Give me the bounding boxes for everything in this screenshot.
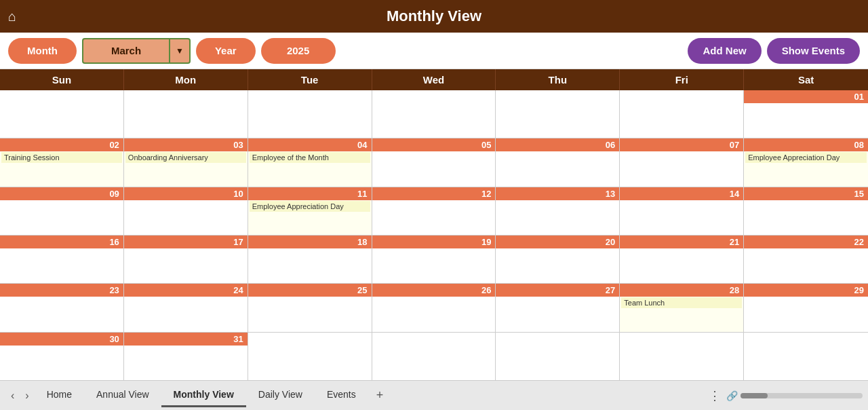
calendar-day-4-5[interactable]: 28Team Lunch xyxy=(620,284,744,331)
scroll-track[interactable] xyxy=(741,393,863,398)
day-number: 22 xyxy=(744,236,868,248)
day-number: 27 xyxy=(496,284,619,297)
tab-next-button[interactable]: › xyxy=(20,387,34,405)
calendar-day-5-2[interactable] xyxy=(248,333,372,380)
calendar-day-3-6[interactable]: 22 xyxy=(744,236,868,283)
scroll-thumb xyxy=(741,393,768,398)
month-dropdown-button[interactable]: ▼ xyxy=(170,38,191,64)
day-number: 21 xyxy=(620,236,743,248)
month-selector: ▼ xyxy=(82,38,191,64)
calendar-week-0: 01 xyxy=(0,90,868,138)
day-number: 13 xyxy=(496,187,619,200)
calendar-day-5-5[interactable] xyxy=(620,333,744,380)
calendar-day-2-5[interactable]: 14 xyxy=(620,187,744,235)
day-number: 07 xyxy=(620,138,743,151)
show-events-button[interactable]: Show Events xyxy=(767,38,860,64)
calendar-day-3-3[interactable]: 19 xyxy=(372,236,496,283)
add-new-button[interactable]: Add New xyxy=(688,38,761,64)
calendar-day-4-6[interactable]: 29 xyxy=(744,284,868,331)
calendar-day-2-2[interactable]: 11Employee Appreciation Day xyxy=(248,187,372,235)
day-number: 05 xyxy=(372,138,496,151)
calendar-day-1-1[interactable]: 03Onboarding Anniversary xyxy=(124,138,248,186)
calendar-day-2-0[interactable]: 09 xyxy=(0,187,124,235)
header-wed: Wed xyxy=(372,69,496,90)
scroll-area: 🔗 xyxy=(726,390,863,401)
calendar-day-0-0[interactable] xyxy=(0,90,124,138)
tab-prev-button[interactable]: ‹ xyxy=(5,387,20,405)
month-button[interactable]: Month xyxy=(8,38,77,64)
calendar-day-5-4[interactable] xyxy=(496,333,620,380)
header-fri: Fri xyxy=(620,69,744,90)
calendar-day-5-6[interactable] xyxy=(744,333,868,380)
day-number: 15 xyxy=(744,187,868,200)
event-label[interactable]: Onboarding Anniversary xyxy=(125,152,246,163)
day-number: 26 xyxy=(372,284,496,297)
calendar-day-3-5[interactable]: 21 xyxy=(620,236,744,283)
calendar-day-5-1[interactable]: 31 xyxy=(124,333,248,380)
calendar-day-2-4[interactable]: 13 xyxy=(496,187,620,235)
event-label[interactable]: Training Session xyxy=(1,152,122,163)
calendar-day-1-6[interactable]: 08Employee Appreciation Day xyxy=(744,138,868,186)
day-number: 10 xyxy=(124,187,248,200)
calendar-day-3-0[interactable]: 16 xyxy=(0,236,124,283)
calendar-day-4-4[interactable]: 27 xyxy=(496,284,620,331)
calendar-week-4: 232425262728Team Lunch29 xyxy=(0,283,868,331)
toolbar: Month ▼ Year Add New Show Events xyxy=(0,33,868,69)
tab-more-button[interactable]: ⋮ xyxy=(703,386,726,406)
calendar-day-5-0[interactable]: 30 xyxy=(0,333,124,380)
day-number: 25 xyxy=(248,284,372,297)
calendar-container: Sun Mon Tue Wed Thu Fri Sat 0102Training… xyxy=(0,69,868,380)
calendar-day-0-3[interactable] xyxy=(372,90,496,138)
calendar-day-1-4[interactable]: 06 xyxy=(496,138,620,186)
calendar-day-1-0[interactable]: 02Training Session xyxy=(0,138,124,186)
tab-events[interactable]: Events xyxy=(315,384,368,407)
tab-bar: ‹ › Home Annual View Monthly View Daily … xyxy=(0,380,868,410)
header-thu: Thu xyxy=(496,69,620,90)
calendar-day-0-4[interactable] xyxy=(496,90,620,138)
calendar-day-2-3[interactable]: 12 xyxy=(372,187,496,235)
calendar-day-4-1[interactable]: 24 xyxy=(124,284,248,331)
tab-annual-view[interactable]: Annual View xyxy=(84,384,161,407)
calendar-day-3-2[interactable]: 18 xyxy=(248,236,372,283)
calendar-day-0-6[interactable]: 01 xyxy=(744,90,868,138)
calendar-day-3-4[interactable]: 20 xyxy=(496,236,620,283)
event-label[interactable]: Employee Appreciation Day xyxy=(745,152,867,163)
calendar-header-row: Sun Mon Tue Wed Thu Fri Sat xyxy=(0,69,868,90)
day-number: 29 xyxy=(744,284,868,297)
month-input[interactable] xyxy=(82,38,170,64)
calendar-day-4-2[interactable]: 25 xyxy=(248,284,372,331)
calendar-day-0-1[interactable] xyxy=(124,90,248,138)
scroll-icon: 🔗 xyxy=(726,390,738,401)
calendar-day-1-3[interactable]: 05 xyxy=(372,138,496,186)
day-number: 03 xyxy=(124,138,248,151)
calendar-day-0-5[interactable] xyxy=(620,90,744,138)
home-icon[interactable]: ⌂ xyxy=(8,9,16,24)
event-label[interactable]: Employee of the Month xyxy=(250,152,370,163)
calendar-day-2-6[interactable]: 15 xyxy=(744,187,868,235)
calendar-day-4-0[interactable]: 23 xyxy=(0,284,124,331)
header-tue: Tue xyxy=(248,69,372,90)
header-sun: Sun xyxy=(0,69,124,90)
app-title: Monthly View xyxy=(387,7,481,25)
calendar-day-5-3[interactable] xyxy=(372,333,496,380)
calendar-day-1-5[interactable]: 07 xyxy=(620,138,744,186)
day-number: 04 xyxy=(248,138,372,151)
event-label[interactable]: Employee Appreciation Day xyxy=(250,201,370,212)
tab-home[interactable]: Home xyxy=(35,384,84,407)
tab-daily-view[interactable]: Daily View xyxy=(246,384,315,407)
tab-add-button[interactable]: + xyxy=(368,386,392,405)
day-number: 11 xyxy=(248,187,372,200)
calendar-week-3: 16171819202122 xyxy=(0,235,868,283)
calendar-day-0-2[interactable] xyxy=(248,90,372,138)
year-input[interactable] xyxy=(261,38,336,64)
calendar-day-2-1[interactable]: 10 xyxy=(124,187,248,235)
calendar-day-3-1[interactable]: 17 xyxy=(124,236,248,283)
calendar-grid: 0102Training Session03Onboarding Anniver… xyxy=(0,90,868,380)
tab-monthly-view[interactable]: Monthly View xyxy=(161,384,246,407)
day-number: 18 xyxy=(248,236,372,248)
app-header: ⌂ Monthly View xyxy=(0,0,868,33)
day-number: 31 xyxy=(124,333,248,346)
event-label[interactable]: Team Lunch xyxy=(621,297,742,308)
calendar-day-4-3[interactable]: 26 xyxy=(372,284,496,331)
calendar-day-1-2[interactable]: 04Employee of the Month xyxy=(248,138,372,186)
